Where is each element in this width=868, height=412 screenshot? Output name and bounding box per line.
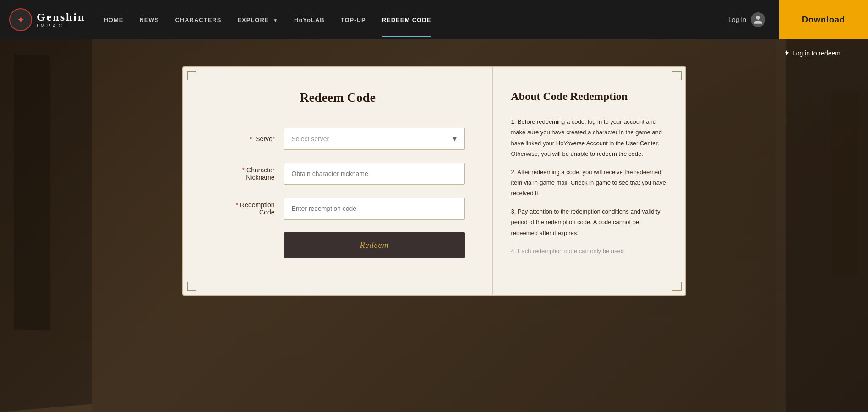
about-point-4: 4. Each redemption code can only be used — [511, 246, 667, 256]
page-content: ✦ Log in to redeem Redeem Code * Server — [0, 39, 868, 412]
nickname-label: *CharacterNickname — [211, 166, 275, 181]
navbar: ✦ Genshin IMPACT HOME NEWS CHARACTERS EX… — [0, 0, 868, 39]
code-required-star: * — [236, 201, 238, 209]
about-point-3: 3. Pay attention to the redemption condi… — [511, 206, 667, 238]
nav-home[interactable]: HOME — [104, 3, 123, 37]
explore-dropdown-arrow: ▼ — [273, 18, 278, 23]
nav-explore[interactable]: EXPLORE ▼ — [237, 3, 278, 37]
logo-text: Genshin IMPACT — [37, 11, 85, 28]
redeem-form-panel: Redeem Code * Server Select server ▼ — [183, 67, 493, 295]
server-required-star: * — [250, 135, 252, 143]
corner-bl — [187, 282, 196, 291]
star-icon: ✦ — [784, 49, 790, 57]
corner-br — [672, 282, 682, 291]
user-avatar-icon — [751, 12, 765, 27]
about-point-1: 1. Before redeeming a code, log in to yo… — [511, 116, 667, 159]
about-point-2: 2. After redeeming a code, you will rece… — [511, 167, 667, 199]
nav-topup[interactable]: TOP-UP — [341, 3, 366, 37]
logo[interactable]: ✦ Genshin IMPACT — [9, 8, 85, 31]
nav-news[interactable]: NEWS — [139, 3, 159, 37]
server-field-group: * Server Select server ▼ — [211, 128, 465, 150]
nav-links: HOME NEWS CHARACTERS EXPLORE ▼ HoYoLAB T… — [104, 3, 431, 37]
nickname-field-group: *CharacterNickname — [211, 163, 465, 185]
download-button[interactable]: Download — [779, 0, 868, 39]
redeem-button[interactable]: Redeem — [284, 232, 465, 258]
server-select[interactable]: Select server — [284, 128, 465, 150]
about-text: 1. Before redeeming a code, log in to yo… — [511, 116, 667, 256]
log-in-redeem-link[interactable]: ✦ Log in to redeem — [784, 49, 841, 57]
nav-right: Log In Download — [715, 0, 868, 39]
nav-characters[interactable]: CHARACTERS — [175, 3, 221, 37]
logo-icon: ✦ — [9, 8, 32, 31]
server-select-wrapper: Select server ▼ — [284, 128, 465, 150]
code-field-group: *RedemptionCode — [211, 198, 465, 220]
corner-tl — [187, 71, 196, 80]
redeem-card: Redeem Code * Server Select server ▼ — [182, 66, 686, 296]
nickname-required-star: * — [242, 166, 245, 174]
nav-left: ✦ Genshin IMPACT HOME NEWS CHARACTERS EX… — [9, 3, 431, 37]
code-label: *RedemptionCode — [211, 201, 275, 216]
corner-tr — [672, 71, 682, 80]
server-label: * Server — [211, 135, 275, 143]
nickname-input[interactable] — [284, 163, 465, 185]
code-input[interactable] — [284, 198, 465, 220]
nav-redeem-code[interactable]: REDEEM CODE — [382, 3, 431, 37]
nav-hoyolab[interactable]: HoYoLAB — [294, 3, 325, 37]
log-in-redeem-text: Log in to redeem — [792, 49, 841, 57]
form-title: Redeem Code — [211, 90, 465, 105]
login-area[interactable]: Log In — [715, 12, 779, 27]
about-panel: About Code Redemption 1. Before redeemin… — [493, 67, 685, 295]
about-title: About Code Redemption — [511, 90, 667, 103]
card-container: Redeem Code * Server Select server ▼ — [182, 66, 686, 296]
login-label: Log In — [728, 16, 746, 23]
